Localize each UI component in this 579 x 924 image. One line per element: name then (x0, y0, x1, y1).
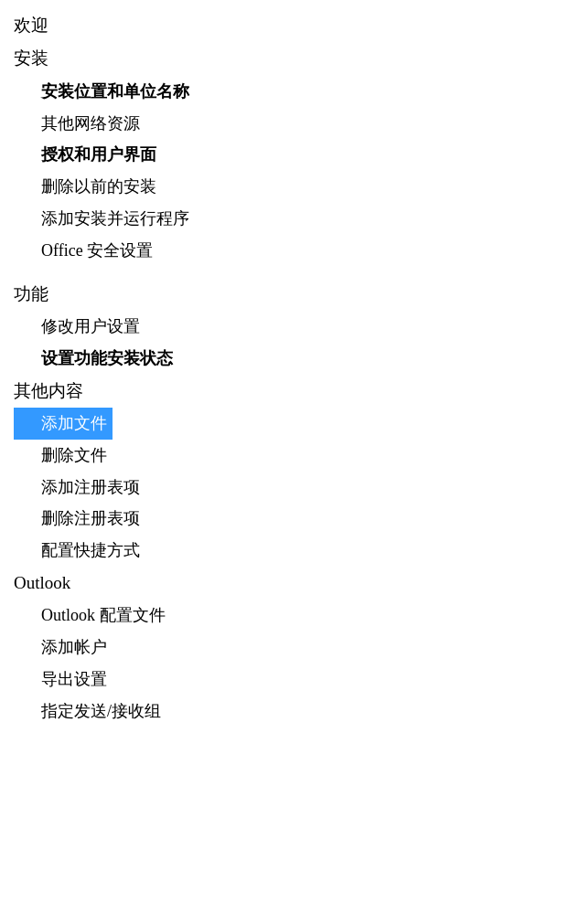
nav-item-office-security[interactable]: Office 安全设置 (14, 235, 565, 267)
nav-item-remove-prev[interactable]: 删除以前的安装 (14, 171, 565, 203)
nav-item-config-shortcut[interactable]: 配置快捷方式 (14, 535, 565, 567)
nav-item-welcome[interactable]: 欢迎 (14, 9, 565, 42)
nav-item-outlook[interactable]: Outlook (14, 567, 565, 600)
nav-item-add-file[interactable]: 添加文件 (14, 408, 113, 440)
nav-item-set-feature-install[interactable]: 设置功能安装状态 (14, 343, 565, 375)
nav-item-gap1 (14, 267, 565, 278)
nav-item-auth-ui[interactable]: 授权和用户界面 (14, 139, 565, 171)
nav-item-add-account[interactable]: 添加帐户 (14, 632, 565, 664)
nav-item-other-network[interactable]: 其他网络资源 (14, 108, 565, 140)
nav-item-outlook-profile[interactable]: Outlook 配置文件 (14, 600, 565, 632)
nav-item-export-settings[interactable]: 导出设置 (14, 664, 565, 696)
nav-item-specify-send-recv[interactable]: 指定发送/接收组 (14, 696, 565, 728)
nav-item-install[interactable]: 安装 (14, 42, 565, 75)
nav-item-remove-registry[interactable]: 删除注册表项 (14, 503, 565, 535)
nav-item-add-install-run[interactable]: 添加安装并运行程序 (14, 203, 565, 235)
nav-item-install-location[interactable]: 安装位置和单位名称 (14, 76, 565, 108)
nav-item-features[interactable]: 功能 (14, 278, 565, 311)
navigation-list: 欢迎安装安装位置和单位名称其他网络资源授权和用户界面删除以前的安装添加安装并运行… (14, 9, 565, 728)
nav-item-modify-user[interactable]: 修改用户设置 (14, 311, 565, 343)
nav-item-other-content[interactable]: 其他内容 (14, 375, 565, 408)
nav-item-add-registry[interactable]: 添加注册表项 (14, 472, 565, 504)
nav-item-remove-file[interactable]: 删除文件 (14, 440, 565, 472)
